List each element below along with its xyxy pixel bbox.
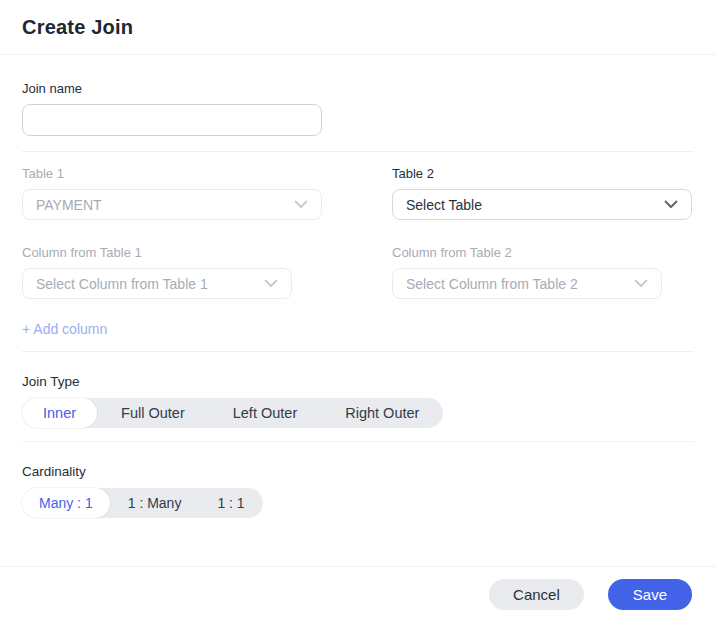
column2-select-placeholder: Select Column from Table 2 [406, 276, 578, 292]
create-join-dialog: Create Join Join name Table 1 PAYMENT Ta… [0, 0, 716, 621]
column2-field: Column from Table 2 Select Column from T… [392, 245, 692, 299]
dialog-title: Create Join [22, 16, 694, 39]
cancel-button[interactable]: Cancel [489, 579, 584, 610]
table1-label: Table 1 [22, 166, 322, 181]
chevron-down-icon [264, 279, 278, 288]
tables-row: Table 1 PAYMENT Table 2 Select Table [22, 166, 694, 220]
segment-option-right-outer[interactable]: Right Outer [321, 398, 443, 428]
join-type-segmented-control: InnerFull OuterLeft OuterRight Outer [22, 398, 443, 428]
join-name-label: Join name [22, 81, 694, 96]
segment-option-full-outer[interactable]: Full Outer [97, 398, 209, 428]
dialog-header: Create Join [0, 0, 716, 55]
save-button[interactable]: Save [608, 579, 692, 610]
segment-option-many-1[interactable]: Many : 1 [22, 488, 110, 518]
section-divider [22, 441, 694, 442]
chevron-down-icon [294, 200, 308, 209]
table2-label: Table 2 [392, 166, 692, 181]
table2-select[interactable]: Select Table [392, 189, 692, 220]
column2-select[interactable]: Select Column from Table 2 [392, 268, 662, 299]
add-column-button[interactable]: + Add column [22, 321, 107, 337]
cardinality-section: Cardinality Many : 11 : Many1 : 1 [22, 464, 694, 518]
table1-field: Table 1 PAYMENT [22, 166, 322, 220]
chevron-down-icon [634, 279, 648, 288]
table2-field: Table 2 Select Table [392, 166, 692, 220]
column2-label: Column from Table 2 [392, 245, 692, 260]
columns-row: Column from Table 1 Select Column from T… [22, 245, 694, 299]
segment-option-left-outer[interactable]: Left Outer [209, 398, 321, 428]
cardinality-label: Cardinality [22, 464, 694, 479]
segment-option-1-1[interactable]: 1 : 1 [199, 488, 262, 518]
column1-field: Column from Table 1 Select Column from T… [22, 245, 322, 299]
join-type-section: Join Type InnerFull OuterLeft OuterRight… [22, 374, 694, 428]
dialog-body: Join name Table 1 PAYMENT Table 2 Select… [0, 81, 716, 518]
section-divider [22, 351, 694, 352]
cardinality-segmented-control: Many : 11 : Many1 : 1 [22, 488, 263, 518]
table2-select-placeholder: Select Table [406, 197, 482, 213]
column1-select[interactable]: Select Column from Table 1 [22, 268, 292, 299]
section-divider [22, 151, 694, 152]
segment-option-inner[interactable]: Inner [22, 398, 97, 428]
column1-label: Column from Table 1 [22, 245, 322, 260]
join-name-input[interactable] [22, 104, 322, 136]
segment-option-1-many[interactable]: 1 : Many [110, 488, 200, 518]
join-type-label: Join Type [22, 374, 694, 389]
table1-select-value: PAYMENT [36, 197, 102, 213]
column1-select-placeholder: Select Column from Table 1 [36, 276, 208, 292]
join-name-section: Join name [22, 81, 694, 136]
table1-select: PAYMENT [22, 189, 322, 220]
dialog-footer: Cancel Save [0, 566, 716, 621]
chevron-down-icon [664, 200, 678, 209]
